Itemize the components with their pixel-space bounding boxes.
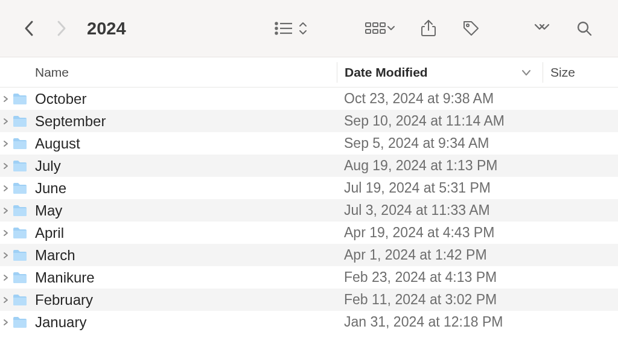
item-date-modified: Jul 19, 2024 at 5:31 PM xyxy=(337,180,543,196)
item-date-modified: Apr 1, 2024 at 1:42 PM xyxy=(337,247,543,263)
folder-icon xyxy=(11,226,29,240)
sort-indicator-icon xyxy=(521,65,532,80)
item-name: July xyxy=(33,158,337,174)
item-name: April xyxy=(33,225,337,241)
view-list-button[interactable] xyxy=(269,15,313,42)
folder-icon xyxy=(11,159,29,173)
svg-rect-10 xyxy=(373,30,378,33)
item-date-modified: Aug 19, 2024 at 1:13 PM xyxy=(337,158,543,174)
folder-row[interactable]: AugustSep 5, 2024 at 9:34 AM xyxy=(0,132,618,155)
column-header-name[interactable]: Name xyxy=(0,65,337,80)
item-name: May xyxy=(33,202,337,219)
item-date-modified: Sep 5, 2024 at 9:34 AM xyxy=(337,135,543,152)
folder-row[interactable]: SeptemberSep 10, 2024 at 11:14 AM xyxy=(0,110,618,132)
svg-point-2 xyxy=(275,27,277,29)
disclosure-triangle-icon[interactable] xyxy=(0,118,11,125)
disclosure-triangle-icon[interactable] xyxy=(0,229,11,237)
back-button[interactable] xyxy=(18,17,41,40)
folder-icon xyxy=(11,203,29,218)
disclosure-triangle-icon[interactable] xyxy=(0,252,11,259)
folder-row[interactable]: FebruaryFeb 11, 2024 at 3:02 PM xyxy=(0,289,618,311)
svg-point-13 xyxy=(467,24,469,27)
item-name: January xyxy=(33,314,337,331)
svg-rect-9 xyxy=(366,30,371,33)
svg-rect-7 xyxy=(373,23,378,27)
item-name: February xyxy=(33,292,337,308)
folder-icon xyxy=(11,293,29,307)
column-header-date-label: Date Modified xyxy=(345,65,428,80)
folder-icon xyxy=(11,114,29,129)
item-name: March xyxy=(33,247,337,264)
item-date-modified: Jan 31, 2024 at 12:18 PM xyxy=(337,314,543,330)
folder-icon xyxy=(11,181,29,196)
share-button[interactable] xyxy=(413,15,444,42)
disclosure-triangle-icon[interactable] xyxy=(0,185,11,192)
item-name: August xyxy=(33,135,337,152)
column-header-size[interactable]: Size xyxy=(543,65,618,80)
folder-icon xyxy=(11,136,29,151)
folder-row[interactable]: JanuaryJan 31, 2024 at 12:18 PM xyxy=(0,311,618,333)
svg-rect-11 xyxy=(380,30,385,33)
item-name: Manikure xyxy=(33,269,337,286)
overflow-button[interactable] xyxy=(526,15,558,42)
item-name: October xyxy=(33,91,337,107)
toolbar: 2024 xyxy=(0,0,618,57)
svg-line-15 xyxy=(587,31,591,35)
folder-row[interactable]: AprilApr 19, 2024 at 4:43 PM xyxy=(0,222,618,244)
folder-icon xyxy=(11,92,29,106)
item-date-modified: Feb 11, 2024 at 3:02 PM xyxy=(337,292,543,308)
disclosure-triangle-icon[interactable] xyxy=(0,296,11,304)
item-date-modified: Oct 23, 2024 at 9:38 AM xyxy=(337,91,543,107)
item-date-modified: Feb 23, 2024 at 4:13 PM xyxy=(337,269,543,286)
tags-button[interactable] xyxy=(455,15,486,42)
folder-row[interactable]: MarchApr 1, 2024 at 1:42 PM xyxy=(0,244,618,266)
item-date-modified: Apr 19, 2024 at 4:43 PM xyxy=(337,225,543,241)
item-date-modified: Jul 3, 2024 at 11:33 AM xyxy=(337,202,543,219)
column-header-date-modified[interactable]: Date Modified xyxy=(337,65,543,80)
file-list: OctoberOct 23, 2024 at 9:38 AMSeptemberS… xyxy=(0,88,618,333)
item-name: June xyxy=(33,180,337,197)
svg-rect-6 xyxy=(366,23,371,27)
toolbar-controls xyxy=(269,15,600,42)
disclosure-triangle-icon[interactable] xyxy=(0,140,11,147)
svg-point-4 xyxy=(275,32,277,34)
column-headers: Name Date Modified Size xyxy=(0,57,618,88)
finder-window: 2024 xyxy=(0,0,618,364)
folder-row[interactable]: JuneJul 19, 2024 at 5:31 PM xyxy=(0,177,618,199)
svg-point-0 xyxy=(275,22,277,24)
folder-row[interactable]: JulyAug 19, 2024 at 1:13 PM xyxy=(0,155,618,177)
folder-icon xyxy=(11,315,29,330)
folder-row[interactable]: MayJul 3, 2024 at 11:33 AM xyxy=(0,199,618,222)
item-name: September xyxy=(33,113,337,130)
group-by-button[interactable] xyxy=(358,15,402,42)
item-date-modified: Sep 10, 2024 at 11:14 AM xyxy=(337,113,543,129)
disclosure-triangle-icon[interactable] xyxy=(0,274,11,281)
folder-row[interactable]: ManikureFeb 23, 2024 at 4:13 PM xyxy=(0,266,618,289)
svg-rect-8 xyxy=(380,23,385,27)
window-title: 2024 xyxy=(87,19,126,39)
folder-icon xyxy=(11,270,29,285)
forward-button[interactable] xyxy=(49,17,72,40)
folder-row[interactable]: OctoberOct 23, 2024 at 9:38 AM xyxy=(0,88,618,110)
disclosure-triangle-icon[interactable] xyxy=(0,319,11,326)
disclosure-triangle-icon[interactable] xyxy=(0,95,11,103)
disclosure-triangle-icon[interactable] xyxy=(0,162,11,170)
search-button[interactable] xyxy=(569,15,600,42)
folder-icon xyxy=(11,248,29,263)
disclosure-triangle-icon[interactable] xyxy=(0,207,11,214)
